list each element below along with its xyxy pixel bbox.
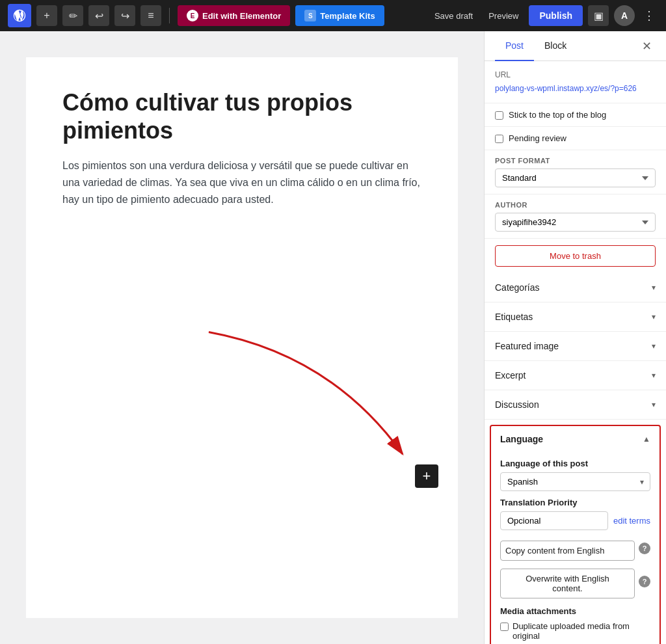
- overwrite-label-line2: content.: [552, 584, 582, 593]
- list-view-button[interactable]: ≡: [140, 5, 161, 26]
- discussion-header[interactable]: Discussion ▾: [485, 390, 666, 419]
- translation-priority-row: Opcional High Medium Low edit terms: [500, 511, 650, 530]
- stick-to-top-row: Stick to the top of the blog: [485, 103, 666, 127]
- language-of-post-label: Language of this post: [500, 459, 650, 468]
- language-section-title: Language: [500, 434, 543, 444]
- media-attachments-label: Media attachments: [500, 606, 650, 616]
- stick-to-top-checkbox[interactable]: [495, 111, 503, 120]
- categorias-chevron: ▾: [652, 283, 656, 292]
- language-header[interactable]: Language ▲: [491, 426, 659, 452]
- template-icon: S: [304, 10, 316, 21]
- excerpt-header[interactable]: Excerpt ▾: [485, 361, 666, 390]
- sidebar-close-button[interactable]: ✕: [637, 37, 656, 55]
- categorias-section: Categorías ▾: [485, 273, 666, 302]
- discussion-chevron: ▾: [652, 400, 656, 409]
- sidebar-tabs: Post Block ✕: [485, 31, 666, 61]
- add-block-inline-button[interactable]: +: [415, 464, 438, 488]
- post-format-select[interactable]: Standard Aside Image Video Quote Link: [495, 168, 656, 187]
- translation-priority-select[interactable]: Opcional High Medium Low: [500, 511, 608, 530]
- featured-image-chevron: ▾: [652, 342, 656, 351]
- url-label: URL: [495, 70, 656, 79]
- discussion-section: Discussion ▾: [485, 390, 666, 420]
- edit-terms-link[interactable]: edit terms: [613, 516, 650, 526]
- pending-review-checkbox[interactable]: [495, 135, 503, 143]
- redo-button[interactable]: ↪: [114, 5, 135, 26]
- categorias-header[interactable]: Categorías ▾: [485, 273, 666, 302]
- excerpt-chevron: ▾: [652, 371, 656, 380]
- discussion-label: Discussion: [495, 399, 539, 410]
- pending-review-row: Pending review: [485, 127, 666, 150]
- url-section: URL polylang-vs-wpml.instawp.xyz/es/?p=6…: [485, 61, 666, 103]
- featured-image-header[interactable]: Featured image ▾: [485, 332, 666, 360]
- tab-post[interactable]: Post: [495, 31, 534, 61]
- post-format-section: POST FORMAT Standard Aside Image Video Q…: [485, 150, 666, 195]
- etiquetas-chevron: ▾: [652, 312, 656, 321]
- duplicate-uploaded-row: Duplicate uploaded media from original: [500, 621, 650, 641]
- overwrite-button[interactable]: Overwrite with English content.: [500, 569, 635, 598]
- edit-with-elementor-button[interactable]: E Edit with Elementor: [178, 5, 290, 26]
- copy-content-button[interactable]: Copy content from English: [500, 541, 635, 561]
- copy-help-icon[interactable]: ?: [639, 543, 650, 554]
- sidebar: Post Block ✕ URL polylang-vs-wpml.instaw…: [484, 31, 666, 644]
- language-chevron: ▲: [643, 435, 650, 444]
- overwrite-label-line1: Overwrite with English: [526, 574, 609, 584]
- etiquetas-section: Etiquetas ▾: [485, 302, 666, 332]
- language-select-wrap: Spanish English French German: [500, 472, 650, 491]
- post-body[interactable]: Los pimientos son una verdura deliciosa …: [62, 157, 421, 208]
- copy-content-label: Copy content from English: [505, 546, 604, 556]
- duplicate-uploaded-checkbox[interactable]: [500, 623, 509, 631]
- overwrite-help-icon[interactable]: ?: [639, 576, 650, 587]
- tab-block[interactable]: Block: [534, 31, 577, 61]
- sidebar-body: URL polylang-vs-wpml.instawp.xyz/es/?p=6…: [485, 61, 666, 644]
- author-select[interactable]: siyapifihe3942: [495, 213, 656, 232]
- featured-image-section: Featured image ▾: [485, 332, 666, 361]
- categorias-label: Categorías: [495, 282, 539, 293]
- divider-1: [169, 8, 170, 23]
- elementor-label: Edit with Elementor: [202, 11, 281, 21]
- avatar-button[interactable]: A: [614, 5, 635, 26]
- wp-logo[interactable]: [8, 4, 31, 27]
- view-toggle-button[interactable]: ▣: [588, 5, 609, 26]
- stick-to-top-label: Stick to the top of the blog: [509, 110, 606, 120]
- main-area: Cómo cultivar tus propios pimientos Los …: [0, 31, 666, 644]
- language-body: Language of this post Spanish English Fr…: [491, 459, 659, 644]
- excerpt-section: Excerpt ▾: [485, 361, 666, 390]
- author-label: AUTHOR: [495, 201, 656, 209]
- post-title[interactable]: Cómo cultivar tus propios pimientos: [62, 88, 421, 144]
- save-draft-button[interactable]: Save draft: [429, 8, 478, 23]
- language-section: Language ▲ Language of this post Spanish…: [490, 425, 661, 644]
- options-button[interactable]: ⋮: [640, 7, 658, 25]
- publish-button[interactable]: Publish: [529, 5, 583, 26]
- elementor-icon: E: [187, 10, 198, 21]
- editor-area: Cómo cultivar tus propios pimientos Los …: [0, 31, 484, 644]
- pending-review-label: Pending review: [509, 133, 566, 143]
- excerpt-label: Excerpt: [495, 370, 526, 381]
- toolbar: + ✏ ↩ ↪ ≡ E Edit with Elementor S Templa…: [0, 0, 666, 31]
- etiquetas-label: Etiquetas: [495, 312, 533, 322]
- url-link[interactable]: polylang-vs-wpml.instawp.xyz/es/?p=626: [495, 84, 637, 93]
- add-block-button[interactable]: +: [36, 5, 57, 26]
- toolbar-right: Save draft Preview Publish ▣ A ⋮: [429, 5, 658, 26]
- trash-section: Move to trash: [485, 239, 666, 273]
- duplicate-uploaded-label: Duplicate uploaded media from original: [513, 621, 650, 641]
- language-select[interactable]: Spanish English French German: [500, 472, 650, 491]
- template-kits-button[interactable]: S Template Kits: [295, 5, 384, 26]
- author-section: AUTHOR siyapifihe3942: [485, 195, 666, 239]
- translation-priority-label: Translation Priority: [500, 498, 650, 507]
- post-format-label: POST FORMAT: [495, 157, 656, 165]
- etiquetas-header[interactable]: Etiquetas ▾: [485, 302, 666, 331]
- template-kits-label: Template Kits: [320, 11, 375, 21]
- featured-image-label: Featured image: [495, 341, 559, 351]
- move-to-trash-button[interactable]: Move to trash: [495, 245, 656, 267]
- preview-button[interactable]: Preview: [483, 8, 524, 23]
- edit-button[interactable]: ✏: [62, 5, 83, 26]
- editor-content: Cómo cultivar tus propios pimientos Los …: [26, 57, 458, 618]
- undo-button[interactable]: ↩: [88, 5, 109, 26]
